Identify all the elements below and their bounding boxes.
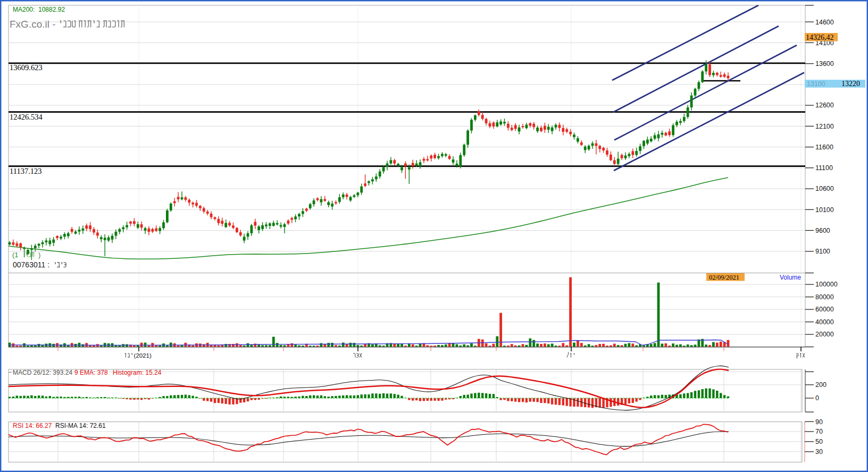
svg-text:12426.534: 12426.534: [10, 113, 43, 121]
svg-text:90: 90: [815, 418, 823, 426]
svg-text:70: 70: [815, 428, 823, 435]
svg-text:80000: 80000: [815, 293, 834, 301]
svg-text:11100: 11100: [815, 164, 833, 172]
svg-text:Volume: Volume: [780, 274, 801, 281]
svg-text:11137.123: 11137.123: [10, 167, 42, 175]
svg-text:13609.623: 13609.623: [10, 63, 43, 72]
svg-text:13600: 13600: [815, 60, 834, 68]
svg-text:9100: 9100: [815, 248, 830, 255]
svg-text:RSI 14: 66.27: RSI 14: 66.27: [13, 422, 52, 429]
svg-text:0: 0: [815, 394, 819, 402]
svg-text:02/09/2021: 02/09/2021: [709, 274, 739, 281]
svg-text:10600: 10600: [815, 185, 834, 192]
svg-text:(1: (1: [12, 251, 19, 259]
svg-text:12600: 12600: [815, 102, 834, 109]
svg-text:30: 30: [815, 448, 823, 456]
svg-text:11600: 11600: [815, 144, 833, 151]
svg-text:(2021): (2021): [134, 352, 152, 359]
svg-text:RSI-MA 14: 72.61: RSI-MA 14: 72.61: [55, 422, 106, 429]
svg-text:14326,42: 14326,42: [806, 33, 834, 41]
svg-text:12100: 12100: [815, 123, 834, 130]
svg-text:20000: 20000: [815, 331, 834, 338]
svg-text:FxG.co.il -: FxG.co.il -: [10, 19, 56, 30]
svg-text:9 EMA: 378: 9 EMA: 378: [74, 369, 108, 376]
svg-text:): ): [38, 251, 40, 259]
svg-text:Histogram: 15.24: Histogram: 15.24: [113, 369, 162, 376]
svg-text:MA200: 10882.92: MA200: 10882.92: [13, 6, 65, 13]
svg-text:10100: 10100: [815, 206, 834, 214]
svg-text:60000: 60000: [815, 306, 834, 313]
svg-text:50: 50: [815, 438, 823, 445]
svg-text:13220: 13220: [841, 80, 860, 88]
svg-text:14600: 14600: [815, 19, 834, 26]
svg-text:MACD 26/12: 393.24: MACD 26/12: 393.24: [13, 369, 72, 376]
svg-text:13100: 13100: [807, 80, 825, 88]
svg-text:40000: 40000: [815, 318, 834, 326]
svg-text:9600: 9600: [815, 227, 830, 234]
svg-text:00763011 :: 00763011 :: [13, 260, 49, 269]
svg-text:100000: 100000: [815, 281, 838, 288]
svg-text:200: 200: [815, 381, 827, 389]
